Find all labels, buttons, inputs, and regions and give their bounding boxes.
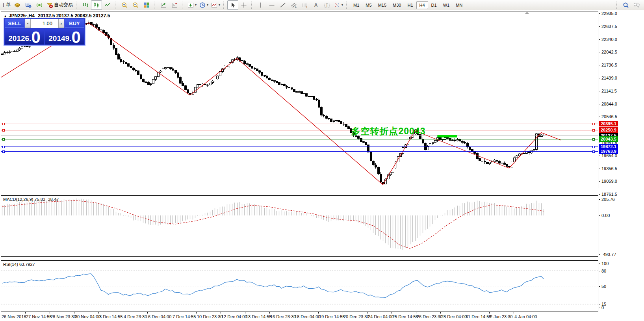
time-tick-label: 28 Nov 23:30 [50, 314, 76, 319]
sell-price[interactable]: 20126.0 [5, 29, 44, 45]
candlestick-chart-button[interactable] [91, 0, 102, 10]
sell-button[interactable]: SELL [5, 19, 24, 28]
time-tick-label: 19 Dec 14:55 [319, 314, 345, 319]
time-tick-label: 31 Dec 14:55 [466, 314, 491, 319]
highlight-bar [437, 135, 457, 137]
timeframe-h1-button[interactable]: H1 [404, 1, 416, 9]
volume-input[interactable]: 1.00 [31, 19, 58, 28]
cursor-icon [229, 2, 236, 9]
timeframe-m15-button[interactable]: M15 [375, 1, 390, 9]
price-tick [599, 78, 600, 78]
macd-histogram [2, 199, 544, 250]
macd-indicator-pane[interactable]: MACD(12,26,9) 75.83 -38.47 [1, 195, 598, 257]
price-tick-label: 22340.0 [601, 37, 617, 42]
rsi-axis-label: 0 [601, 305, 604, 310]
horizontal-line-button[interactable] [266, 0, 277, 10]
auto-scroll-button[interactable] [158, 0, 169, 10]
text-button[interactable]: A [310, 0, 321, 10]
equidistant-channel-button[interactable]: E [288, 0, 299, 10]
time-tick [294, 312, 294, 314]
time-tick-label: 25 Dec 14:55 [392, 314, 418, 319]
zoomin-icon [121, 2, 128, 9]
price-tick-label: 21439.0 [601, 76, 617, 80]
one-click-trade-panel: SELL ▼ 1.00 ▲ BUY 20126.0 20149.0 [4, 18, 85, 46]
volume-decrease-button[interactable]: ▼ [25, 19, 31, 28]
editor-icon [25, 2, 32, 9]
fibonacci-button[interactable]: F [299, 0, 310, 10]
sell-price-int: 20126 [8, 33, 29, 44]
price-tick-label: 20844.0 [601, 102, 617, 106]
chart-shift-button[interactable] [169, 0, 180, 10]
tile-windows-button[interactable] [141, 0, 152, 10]
time-tick-label: 18 Dec 04:00 [295, 314, 320, 319]
chart-shift-marker-icon[interactable] [525, 12, 529, 14]
timeframe-m1-button[interactable]: M1 [350, 1, 362, 9]
toolbar-group-grip [115, 2, 118, 9]
price-badge: 20395.1 [599, 121, 618, 126]
zoom-in-button[interactable] [119, 0, 130, 10]
price-tick-label: 21141.5 [601, 89, 617, 93]
autotrading-button[interactable]: 自动交易 [45, 0, 74, 10]
candles-icon [93, 2, 100, 9]
timeframe-mn-button[interactable]: MN [453, 1, 466, 9]
price-tick-label: 20546.5 [601, 114, 617, 119]
time-tick-label: 10 Dec 23:30 [197, 314, 223, 319]
price-tick [599, 39, 600, 40]
price-badge: 20250.9 [599, 127, 618, 133]
toolbar-group-grip [154, 2, 157, 9]
vertical-line-button[interactable] [255, 0, 266, 10]
channel-icon: E [290, 2, 297, 9]
crosshair-button[interactable] [238, 0, 249, 10]
horizontal-line-objects[interactable] [1, 123, 598, 152]
metaeditor-button[interactable] [23, 0, 34, 10]
time-tick [123, 312, 123, 314]
terminal-box-button[interactable] [12, 0, 23, 10]
periods-button[interactable]: ▾ [198, 0, 210, 10]
svg-text:A: A [314, 2, 318, 8]
time-tick [196, 312, 197, 314]
arrows-button[interactable]: ▾ [332, 0, 344, 10]
time-tick [392, 312, 392, 314]
price-tick [599, 117, 600, 117]
templates-button[interactable]: ▾ [210, 0, 221, 10]
timeframe-m5-button[interactable]: M5 [362, 1, 375, 9]
timeframe-d1-button[interactable]: D1 [428, 1, 440, 9]
signals-button[interactable] [34, 0, 45, 10]
price-axis[interactable]: 22935.022637.522340.022042.521736.521439… [599, 0, 644, 321]
time-tick [98, 312, 99, 314]
indicators-icon [187, 2, 194, 9]
bar-chart-button[interactable] [80, 0, 91, 10]
price-chart-pane[interactable]: ▲JPN225-,H420132.5 20137.5 20082.5 20127… [1, 11, 598, 188]
indicators-button[interactable]: ▾ [186, 0, 198, 10]
timeframe-m30-button[interactable]: M30 [390, 1, 404, 9]
new-order-button[interactable]: 丁单 [0, 0, 12, 10]
price-tick-label: 18761.5 [601, 192, 617, 197]
template-icon [211, 2, 218, 9]
volume-increase-button[interactable]: ▲ [58, 19, 64, 28]
macd-label: MACD(12,26,9) 75.83 -38.47 [3, 197, 59, 202]
chartshift-icon [171, 2, 178, 9]
caret-down-icon: ▾ [219, 3, 220, 7]
autoscroll-icon [160, 2, 167, 9]
time-tick-label: 12 Dec 04:00 [221, 314, 247, 319]
timeframe-w1-button[interactable]: W1 [440, 1, 453, 9]
time-tick-label: 20 Dec 23:30 [343, 314, 369, 319]
time-tick-label: 6 Dec 04:00 [148, 314, 171, 319]
buy-button[interactable]: BUY [65, 19, 84, 28]
time-tick-label: 26 Dec 23:30 [417, 314, 442, 319]
zoom-out-button[interactable] [130, 0, 141, 10]
trendline-button[interactable] [277, 0, 288, 10]
cursor-button[interactable] [227, 0, 238, 10]
buy-price[interactable]: 20149.0 [45, 29, 84, 45]
line-chart-button[interactable] [102, 0, 113, 10]
autotrading-button-label: 自动交易 [54, 2, 73, 8]
rsi-label: RSI(14) 63.7927 [3, 262, 35, 267]
time-axis[interactable]: 26 Nov 201827 Nov 14:5528 Nov 23:3030 No… [0, 312, 644, 321]
rsi-axis-tick [599, 263, 600, 264]
timeframe-h4-button[interactable]: H4 [416, 1, 428, 9]
toolbar: 丁单自动交易▾▾▾EFAT▾M1M5M15M30H1H4D1W1MN [0, 0, 644, 10]
rsi-indicator-pane[interactable]: RSI(14) 63.7927 [1, 260, 598, 312]
time-tick-label: 13 Dec 14:55 [246, 314, 271, 319]
label-button[interactable]: T [321, 0, 332, 10]
time-tick-label: 30 Nov 04:00 [75, 314, 100, 319]
